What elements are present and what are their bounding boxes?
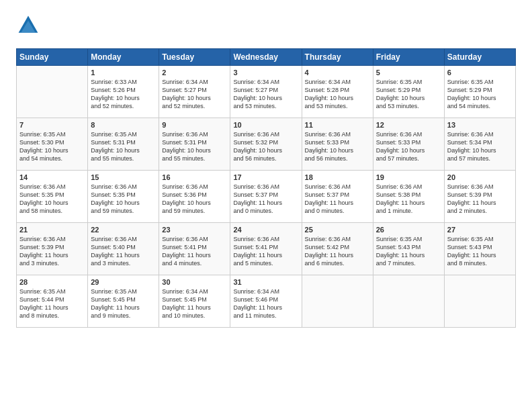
day-number: 28	[19, 278, 85, 286]
day-number: 13	[447, 121, 513, 129]
day-number: 15	[91, 173, 156, 181]
day-content: Sunrise: 6:36 AM Sunset: 5:35 PM Dayligh…	[19, 183, 85, 216]
calendar-week-5: 28Sunrise: 6:35 AM Sunset: 5:44 PM Dayli…	[17, 275, 516, 328]
day-content: Sunrise: 6:36 AM Sunset: 5:40 PM Dayligh…	[91, 235, 156, 268]
calendar-cell	[373, 275, 444, 328]
weekday-header-monday: Monday	[88, 49, 159, 66]
calendar-cell	[17, 66, 88, 118]
calendar-cell: 25Sunrise: 6:36 AM Sunset: 5:42 PM Dayli…	[302, 223, 373, 275]
day-number: 27	[447, 226, 513, 234]
calendar-cell: 10Sunrise: 6:36 AM Sunset: 5:32 PM Dayli…	[230, 118, 302, 171]
day-number: 14	[19, 173, 85, 181]
day-content: Sunrise: 6:34 AM Sunset: 5:27 PM Dayligh…	[162, 78, 227, 111]
day-number: 19	[376, 173, 441, 181]
calendar-table: SundayMondayTuesdayWednesdayThursdayFrid…	[16, 48, 516, 328]
day-content: Sunrise: 6:36 AM Sunset: 5:37 PM Dayligh…	[233, 183, 298, 216]
day-content: Sunrise: 6:33 AM Sunset: 5:26 PM Dayligh…	[91, 78, 156, 111]
calendar-cell: 27Sunrise: 6:35 AM Sunset: 5:43 PM Dayli…	[444, 223, 515, 275]
calendar-week-2: 7Sunrise: 6:35 AM Sunset: 5:30 PM Daylig…	[17, 118, 516, 171]
day-content: Sunrise: 6:35 AM Sunset: 5:43 PM Dayligh…	[376, 235, 441, 268]
day-number: 1	[91, 68, 156, 77]
calendar-cell: 29Sunrise: 6:35 AM Sunset: 5:45 PM Dayli…	[88, 275, 159, 328]
day-content: Sunrise: 6:36 AM Sunset: 5:42 PM Dayligh…	[305, 235, 370, 268]
day-content: Sunrise: 6:34 AM Sunset: 5:28 PM Dayligh…	[305, 78, 370, 111]
calendar-week-1: 1Sunrise: 6:33 AM Sunset: 5:26 PM Daylig…	[17, 66, 516, 118]
day-content: Sunrise: 6:34 AM Sunset: 5:46 PM Dayligh…	[233, 287, 298, 320]
day-number: 8	[91, 121, 156, 129]
day-content: Sunrise: 6:35 AM Sunset: 5:29 PM Dayligh…	[376, 78, 441, 111]
calendar-cell: 3Sunrise: 6:34 AM Sunset: 5:27 PM Daylig…	[230, 66, 302, 118]
day-content: Sunrise: 6:36 AM Sunset: 5:41 PM Dayligh…	[233, 235, 298, 268]
day-number: 30	[162, 278, 227, 286]
calendar-cell: 22Sunrise: 6:36 AM Sunset: 5:40 PM Dayli…	[88, 223, 159, 275]
day-number: 22	[91, 226, 156, 234]
weekday-header-saturday: Saturday	[444, 49, 515, 66]
calendar-cell: 7Sunrise: 6:35 AM Sunset: 5:30 PM Daylig…	[17, 118, 88, 171]
calendar-cell: 4Sunrise: 6:34 AM Sunset: 5:28 PM Daylig…	[302, 66, 373, 118]
day-number: 11	[305, 121, 370, 129]
day-content: Sunrise: 6:35 AM Sunset: 5:29 PM Dayligh…	[447, 78, 513, 111]
calendar-body: 1Sunrise: 6:33 AM Sunset: 5:26 PM Daylig…	[17, 66, 516, 328]
calendar-cell	[302, 275, 373, 328]
weekday-header-thursday: Thursday	[302, 49, 373, 66]
day-number: 5	[376, 68, 441, 77]
calendar-cell: 15Sunrise: 6:36 AM Sunset: 5:35 PM Dayli…	[88, 171, 159, 223]
day-number: 20	[447, 173, 513, 181]
calendar-cell: 28Sunrise: 6:35 AM Sunset: 5:44 PM Dayli…	[17, 275, 88, 328]
weekday-header-sunday: Sunday	[17, 49, 88, 66]
weekday-header-wednesday: Wednesday	[230, 49, 302, 66]
day-number: 2	[162, 68, 227, 77]
day-number: 12	[376, 121, 441, 129]
day-content: Sunrise: 6:36 AM Sunset: 5:33 PM Dayligh…	[376, 130, 441, 163]
day-content: Sunrise: 6:36 AM Sunset: 5:35 PM Dayligh…	[91, 183, 156, 216]
calendar-cell: 1Sunrise: 6:33 AM Sunset: 5:26 PM Daylig…	[88, 66, 159, 118]
weekday-header-row: SundayMondayTuesdayWednesdayThursdayFrid…	[17, 49, 516, 66]
day-content: Sunrise: 6:35 AM Sunset: 5:45 PM Dayligh…	[91, 287, 156, 320]
page: SundayMondayTuesdayWednesdayThursdayFrid…	[0, 0, 532, 411]
calendar-cell: 21Sunrise: 6:36 AM Sunset: 5:39 PM Dayli…	[17, 223, 88, 275]
calendar-cell: 26Sunrise: 6:35 AM Sunset: 5:43 PM Dayli…	[373, 223, 444, 275]
header	[16, 13, 516, 38]
day-number: 26	[376, 226, 441, 234]
calendar-cell: 16Sunrise: 6:36 AM Sunset: 5:36 PM Dayli…	[159, 171, 230, 223]
logo-icon	[16, 13, 40, 38]
calendar-cell: 6Sunrise: 6:35 AM Sunset: 5:29 PM Daylig…	[444, 66, 515, 118]
weekday-header-friday: Friday	[373, 49, 444, 66]
day-content: Sunrise: 6:36 AM Sunset: 5:39 PM Dayligh…	[19, 235, 85, 268]
calendar-cell: 2Sunrise: 6:34 AM Sunset: 5:27 PM Daylig…	[159, 66, 230, 118]
day-content: Sunrise: 6:35 AM Sunset: 5:31 PM Dayligh…	[91, 130, 156, 163]
calendar-cell: 14Sunrise: 6:36 AM Sunset: 5:35 PM Dayli…	[17, 171, 88, 223]
calendar-cell: 13Sunrise: 6:36 AM Sunset: 5:34 PM Dayli…	[444, 118, 515, 171]
calendar-cell	[444, 275, 515, 328]
day-number: 21	[19, 226, 85, 234]
day-content: Sunrise: 6:36 AM Sunset: 5:36 PM Dayligh…	[162, 183, 227, 216]
day-number: 29	[91, 278, 156, 286]
calendar-cell: 20Sunrise: 6:36 AM Sunset: 5:39 PM Dayli…	[444, 171, 515, 223]
logo	[16, 13, 44, 38]
calendar-cell: 23Sunrise: 6:36 AM Sunset: 5:41 PM Dayli…	[159, 223, 230, 275]
calendar-cell: 11Sunrise: 6:36 AM Sunset: 5:33 PM Dayli…	[302, 118, 373, 171]
day-number: 10	[233, 121, 298, 129]
calendar-cell: 24Sunrise: 6:36 AM Sunset: 5:41 PM Dayli…	[230, 223, 302, 275]
day-number: 9	[162, 121, 227, 129]
calendar-cell: 5Sunrise: 6:35 AM Sunset: 5:29 PM Daylig…	[373, 66, 444, 118]
day-content: Sunrise: 6:36 AM Sunset: 5:38 PM Dayligh…	[376, 183, 441, 216]
day-content: Sunrise: 6:36 AM Sunset: 5:34 PM Dayligh…	[447, 130, 513, 163]
day-content: Sunrise: 6:36 AM Sunset: 5:41 PM Dayligh…	[162, 235, 227, 268]
day-content: Sunrise: 6:36 AM Sunset: 5:32 PM Dayligh…	[233, 130, 298, 163]
day-content: Sunrise: 6:36 AM Sunset: 5:33 PM Dayligh…	[305, 130, 370, 163]
day-number: 7	[19, 121, 85, 129]
day-content: Sunrise: 6:36 AM Sunset: 5:37 PM Dayligh…	[305, 183, 370, 216]
day-number: 31	[233, 278, 298, 286]
day-number: 18	[305, 173, 370, 181]
day-number: 4	[305, 68, 370, 77]
day-content: Sunrise: 6:35 AM Sunset: 5:44 PM Dayligh…	[19, 287, 85, 320]
day-number: 6	[447, 68, 513, 77]
calendar-cell: 31Sunrise: 6:34 AM Sunset: 5:46 PM Dayli…	[230, 275, 302, 328]
calendar-header: SundayMondayTuesdayWednesdayThursdayFrid…	[17, 49, 516, 66]
calendar-cell: 17Sunrise: 6:36 AM Sunset: 5:37 PM Dayli…	[230, 171, 302, 223]
calendar-cell: 30Sunrise: 6:34 AM Sunset: 5:45 PM Dayli…	[159, 275, 230, 328]
day-number: 17	[233, 173, 298, 181]
day-content: Sunrise: 6:36 AM Sunset: 5:39 PM Dayligh…	[447, 183, 513, 216]
calendar-cell: 12Sunrise: 6:36 AM Sunset: 5:33 PM Dayli…	[373, 118, 444, 171]
